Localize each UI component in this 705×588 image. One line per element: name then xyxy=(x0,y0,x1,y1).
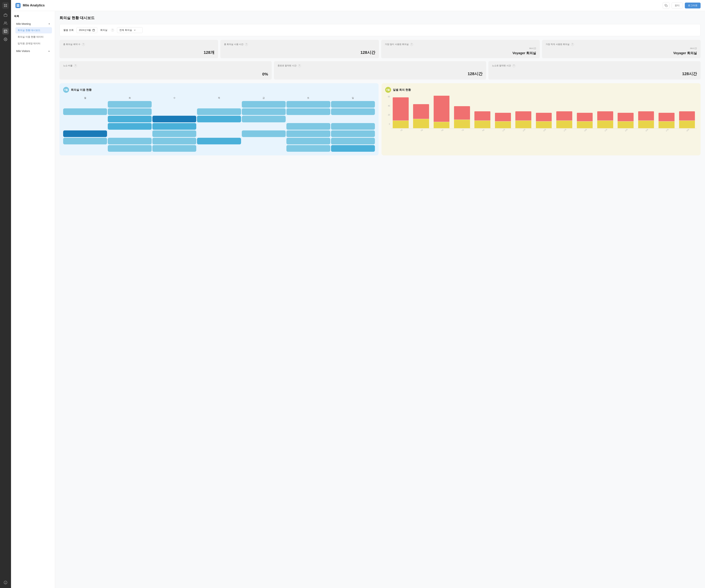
stat-help-icon-4[interactable]: ? xyxy=(571,43,574,46)
bar-x-label: 29일 xyxy=(680,129,696,132)
cal-cell xyxy=(63,145,107,152)
stat-saved-end-label: 종료로 절약된 시간 xyxy=(278,64,296,67)
nav-section-visitors-header[interactable]: Mile Visitors ▸ xyxy=(14,48,52,54)
room-selector[interactable]: 전체 회의실 xyxy=(117,27,143,33)
bar-chart-card: 6월 일별 회의 현황 60402001일3일5일7일9일11일13일15일17… xyxy=(381,83,701,155)
bar-x-label: 3일 xyxy=(414,129,429,132)
bar-group xyxy=(595,111,615,128)
sidebar-item-sticker[interactable] xyxy=(2,579,9,586)
cal-day-header: 일 xyxy=(331,96,375,100)
cal-cell xyxy=(331,108,375,115)
stat-total-bookings-label: 총 회의실 예약 수 xyxy=(63,43,81,46)
bar-segment-pink xyxy=(434,96,450,122)
bar-group xyxy=(391,97,411,128)
date-picker[interactable]: 2024년 6월 xyxy=(77,27,97,33)
cal-cell xyxy=(108,138,152,144)
cal-cell xyxy=(242,130,286,137)
cal-cell xyxy=(108,108,152,115)
header-title: Mile Analytics xyxy=(23,3,661,7)
date-value: 2024년 6월 xyxy=(79,29,91,32)
bar-segment-pink xyxy=(679,111,695,121)
nav-section-visitors-label: Mile Visitors xyxy=(16,50,30,52)
room-value: 전체 회의실 xyxy=(119,29,132,32)
chevron-down-icon xyxy=(134,29,136,32)
cal-day-header: 월 xyxy=(63,96,107,100)
nav-section-visitors: Mile Visitors ▸ xyxy=(14,48,52,54)
bar-chart-month-badge: 6월 xyxy=(385,87,391,93)
nav-section-meeting-header[interactable]: Mile Meeting ▾ xyxy=(14,21,52,27)
cal-day-header: 토 xyxy=(286,96,330,100)
stat-noshow-label: 노쇼 비율 xyxy=(63,64,73,67)
bar-segment-pink xyxy=(474,111,490,121)
bar-group xyxy=(636,111,656,128)
cal-cell xyxy=(108,145,152,152)
cal-cell xyxy=(152,101,196,108)
svg-rect-4 xyxy=(4,14,7,16)
bar-group xyxy=(534,113,554,128)
nav-item-usage-data[interactable]: 회의실 이용 현황 데이터 xyxy=(15,34,52,40)
stat-help-icon-3[interactable]: ? xyxy=(410,43,413,46)
stat-help-icon-2[interactable]: ? xyxy=(245,43,248,46)
page-title: 회의실 현황 대시보드 xyxy=(59,15,701,20)
cal-cell xyxy=(286,116,330,122)
bar-segment-yellow xyxy=(536,122,552,128)
bar-group xyxy=(554,111,574,128)
bar-chart-header: 6월 일별 회의 현황 xyxy=(385,87,697,93)
stat-most-used-name: Voyager 회의실 xyxy=(385,51,536,55)
main-content: 회의실 현황 대시보드 월별 조회 2024년 6월 회의실 ? 전체 회의실 xyxy=(55,11,705,588)
cal-day-header: 금 xyxy=(242,96,286,100)
header-logo xyxy=(15,3,20,8)
stats-row-2: 노쇼 비율 ? 0% 종료로 절약된 시간 ? 128시간 노쇼로 절약된 시간 xyxy=(59,61,701,80)
bar-x-label: 19일 xyxy=(578,129,593,132)
logout-button[interactable]: 로그아웃 xyxy=(685,3,701,8)
room-help-icon[interactable]: ? xyxy=(111,29,114,32)
cal-day-header: 수 xyxy=(152,96,196,100)
sidebar-item-settings[interactable] xyxy=(2,36,9,43)
bar-x-label: 17일 xyxy=(557,129,573,132)
bar-x-label: 7일 xyxy=(455,129,470,132)
stat-saved-by-end: 종료로 절약된 시간 ? 128시간 xyxy=(274,61,486,80)
user-label-button[interactable]: 오디 xyxy=(671,3,683,8)
svg-rect-3 xyxy=(6,6,7,7)
cal-cell xyxy=(286,101,330,108)
nav-item-dashboard[interactable]: 회의실 현황 대시보드 xyxy=(15,27,52,34)
svg-rect-12 xyxy=(666,5,667,7)
bar-y-label: 20 xyxy=(385,114,391,116)
sidebar-item-users[interactable] xyxy=(2,20,9,27)
header-copy-button[interactable] xyxy=(663,2,669,9)
cal-day-header: 화 xyxy=(108,96,152,100)
cal-cell xyxy=(197,138,241,144)
stats-row-1: 총 회의실 예약 수 ? 128개 총 회의실 사용 시간 ? 128시간 가장… xyxy=(59,40,701,58)
cal-cell xyxy=(197,123,241,130)
cal-cell xyxy=(63,130,107,137)
nav-section-meeting: Mile Meeting ▾ 회의실 현황 대시보드 회의실 이용 현황 데이터… xyxy=(14,21,52,47)
cal-cell xyxy=(152,116,196,122)
cal-cell xyxy=(242,108,286,115)
bar-segment-yellow xyxy=(454,120,470,128)
left-nav: 목록 Mile Meeting ▾ 회의실 현황 대시보드 회의실 이용 현황 … xyxy=(11,11,55,588)
stat-help-icon-6[interactable]: ? xyxy=(298,64,301,67)
stat-help-icon-7[interactable]: ? xyxy=(512,64,515,67)
cal-cell xyxy=(242,116,286,122)
bar-group xyxy=(432,96,452,128)
cal-cell xyxy=(197,145,241,152)
cal-cell xyxy=(286,145,330,152)
svg-rect-10 xyxy=(17,5,18,7)
stat-most-used-sub: nn시간 xyxy=(385,47,536,50)
charts-row: 6월 회의실 이용 현황 월화수목금토일 6월 일별 회의 현황 6040200… xyxy=(59,83,701,155)
cal-day-header: 목 xyxy=(197,96,241,100)
bar-segment-yellow xyxy=(659,122,674,128)
sidebar-item-briefcase[interactable] xyxy=(2,12,9,18)
bar-segment-pink xyxy=(618,113,633,121)
sidebar-item-analytics[interactable] xyxy=(2,28,9,35)
bar-segment-yellow xyxy=(577,122,593,128)
stat-help-icon-1[interactable]: ? xyxy=(82,43,85,46)
bar-x-label: 25일 xyxy=(639,129,655,132)
bar-group xyxy=(657,113,676,128)
nav-item-employee-network[interactable]: 임직원 관계망 데이터 xyxy=(15,40,52,47)
svg-rect-11 xyxy=(18,5,19,7)
cal-cell xyxy=(63,101,107,108)
cal-cell xyxy=(63,123,107,130)
stat-total-bookings: 총 회의실 예약 수 ? 128개 xyxy=(59,40,218,58)
stat-help-icon-5[interactable]: ? xyxy=(74,64,77,67)
